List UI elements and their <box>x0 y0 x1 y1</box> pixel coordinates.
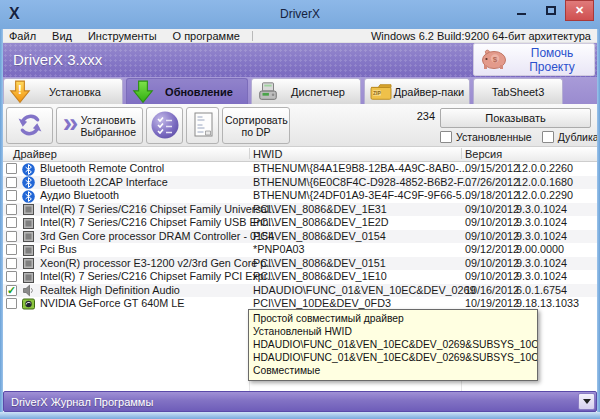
menu-separator <box>252 31 253 41</box>
menu-view[interactable]: Вид <box>44 29 80 43</box>
row-checkbox[interactable] <box>6 244 17 255</box>
app-banner: DriverX 3.xxx $ Помочь Проекту <box>3 43 597 77</box>
svg-text:!: ! <box>18 83 22 97</box>
driver-name: Intel(R) 7 Series/C216 Chipset Family Un… <box>40 203 278 217</box>
donate-button[interactable]: $ Помочь Проекту <box>473 43 595 76</box>
column-hwid[interactable]: HWID <box>253 148 282 160</box>
titlebar: X DriverX ✕ <box>0 0 600 29</box>
bluetooth-icon <box>22 190 35 203</box>
install-selected-label: Установить Выбранное <box>80 114 136 138</box>
driver-date: 07/26/2012 <box>465 176 519 190</box>
row-checkbox[interactable] <box>6 231 17 242</box>
refresh-icon <box>16 111 44 141</box>
tooltip-line: HDAUDIO\FUNC_01&VEN_10EC&DEV_0269&SUBSYS… <box>253 338 533 351</box>
table-row[interactable]: Bluetooth L2CAP Interface BTHENUM\{6E0C8… <box>3 176 597 190</box>
table-row[interactable]: Bluetooth Remote Control BTHENUM\{84A1E9… <box>3 162 597 176</box>
driver-date: 09/10/2012 <box>465 270 519 284</box>
chevron-down-icon <box>583 399 591 404</box>
driver-version: 9.3.0.1024 <box>516 270 567 284</box>
menu-tools[interactable]: Инструменты <box>80 29 165 43</box>
table-row[interactable]: Xeon(R) processor E3-1200 v2/3rd Gen Cor… <box>3 257 597 271</box>
close-icon: ✕ <box>575 4 584 17</box>
driver-hwid: HDAUDIO\FUNC_01&VEN_10EC&DEV_0269 <box>253 284 476 298</box>
column-driver[interactable]: Драйвер <box>13 148 57 160</box>
row-checkbox[interactable] <box>6 298 17 309</box>
tab-update[interactable]: Обновление <box>126 78 248 104</box>
driver-hwid: PCI\VEN_8086&DEV_1E31 <box>253 203 387 217</box>
double-chevron-icon: » <box>63 113 79 133</box>
driver-date: 09/10/2012 <box>465 216 519 230</box>
tab-driver-packs[interactable]: ZIP Драйвер-паки <box>364 78 470 104</box>
row-checkbox[interactable] <box>6 217 17 228</box>
device-manager-icon <box>256 80 280 104</box>
filter-duplicates[interactable]: Дубликаты <box>542 131 600 143</box>
checklist-orb-button[interactable] <box>146 107 183 144</box>
chip-icon <box>22 271 35 284</box>
driver-count: 234 <box>407 110 435 122</box>
driver-hwid: PCI\VEN_8086&DEV_0154 <box>253 230 386 244</box>
minimize-button[interactable] <box>507 0 536 21</box>
tooltip-line: Установленый HWID <box>253 325 533 338</box>
tab-tabsheet3[interactable]: TabSheet3 <box>473 78 563 104</box>
driver-hwid: PCI\VEN_8086&DEV_1E2D <box>253 216 389 230</box>
table-body: Bluetooth Remote Control BTHENUM\{84A1E9… <box>3 162 597 311</box>
green-down-arrow-icon <box>131 80 155 104</box>
row-checkbox[interactable]: ✓ <box>6 285 17 296</box>
installed-checkbox[interactable] <box>440 131 452 143</box>
checklist-orb-icon <box>150 110 180 142</box>
dropdown-arrow-button[interactable] <box>578 393 595 410</box>
driver-name: Intel(R) 7 Series/C216 Chipset Family PC… <box>40 270 276 284</box>
driver-hwid: PCI\VEN_8086&DEV_0151 <box>253 257 386 271</box>
row-checkbox[interactable] <box>6 258 17 269</box>
driver-date: 09/15/2012 <box>465 162 519 176</box>
table-row[interactable]: ✓ Realtek High Definition Audio HDAUDIO\… <box>3 284 597 298</box>
filter-installed[interactable]: Установленные <box>440 131 532 143</box>
driver-name: Bluetooth L2CAP Interface <box>40 176 168 190</box>
table-row[interactable]: Аудио Bluetooth BTHENUM\{24DF01A9-3E4F-4… <box>3 189 597 203</box>
menu-about[interactable]: О программе <box>165 29 248 43</box>
tooltip-line: HDAUDIO\FUNC_01&VEN_10EC&DEV_0269&SUBSYS… <box>253 351 533 364</box>
tab-device-manager[interactable]: Диспетчер <box>251 78 361 104</box>
filters: Установленные Дубликаты <box>440 131 600 143</box>
menubar: Файл Вид Инструменты О программе Windows… <box>1 29 599 43</box>
system-info: Windows 6.2 Build:9200 64-бит архитектур… <box>371 29 591 43</box>
row-checkbox[interactable] <box>6 163 17 174</box>
chip-icon <box>22 244 35 257</box>
column-version[interactable]: Версия <box>465 148 502 160</box>
row-checkbox[interactable] <box>6 177 17 188</box>
driver-version: 9.3.0.1024 <box>516 216 567 230</box>
driver-name: 3rd Gen Core processor DRAM Controller -… <box>40 230 274 244</box>
report-document-icon <box>191 111 215 141</box>
close-button[interactable]: ✕ <box>565 0 594 21</box>
nvidia-icon <box>22 298 35 311</box>
maximize-button[interactable] <box>536 0 565 21</box>
bluetooth-icon <box>22 163 35 176</box>
refresh-button[interactable] <box>6 107 53 144</box>
sort-by-dp-button[interactable]: Сортировать по DP <box>222 107 290 144</box>
table-row[interactable]: 3rd Gen Core processor DRAM Controller -… <box>3 230 597 244</box>
table-row[interactable]: Intel(R) 7 Series/C216 Chipset Family PC… <box>3 270 597 284</box>
duplicates-checkbox[interactable] <box>542 131 554 143</box>
row-checkbox[interactable] <box>6 190 17 201</box>
report-button[interactable] <box>186 107 219 144</box>
app-title-version: DriverX 3.xxx <box>13 51 102 68</box>
minimize-icon <box>517 13 526 15</box>
row-checkbox[interactable] <box>6 271 17 282</box>
table-header[interactable]: Драйвер HWID Версия <box>3 147 597 162</box>
show-button[interactable]: Показывать <box>440 108 591 128</box>
svg-text:ZIP: ZIP <box>373 89 381 95</box>
driver-date: 09/18/2012 <box>465 189 519 203</box>
row-checkbox[interactable] <box>6 204 17 215</box>
tab-install[interactable]: ! Установка <box>3 78 123 104</box>
table-row[interactable]: Pci Bus *PNP0A03 09/12/2012 9.00.0000 <box>3 243 597 257</box>
menu-file[interactable]: Файл <box>1 29 44 43</box>
driver-hwid: BTHENUM\{6E0C8F4C-D928-4852-B6B2-F... <box>253 176 471 190</box>
donate-label: Помочь Проекту <box>510 46 594 74</box>
table-row[interactable]: Intel(R) 7 Series/C216 Chipset Family Un… <box>3 203 597 217</box>
driver-date: 10/16/2012 <box>465 284 519 298</box>
log-dropdown[interactable]: DriverX Журнал Программы <box>3 391 597 412</box>
toolbar: » Установить Выбранное <box>3 104 597 147</box>
table-row[interactable]: Intel(R) 7 Series/C216 Chipset Family US… <box>3 216 597 230</box>
driver-version: 12.0.0.2290 <box>516 189 573 203</box>
install-selected-button[interactable]: » Установить Выбранное <box>56 107 143 144</box>
